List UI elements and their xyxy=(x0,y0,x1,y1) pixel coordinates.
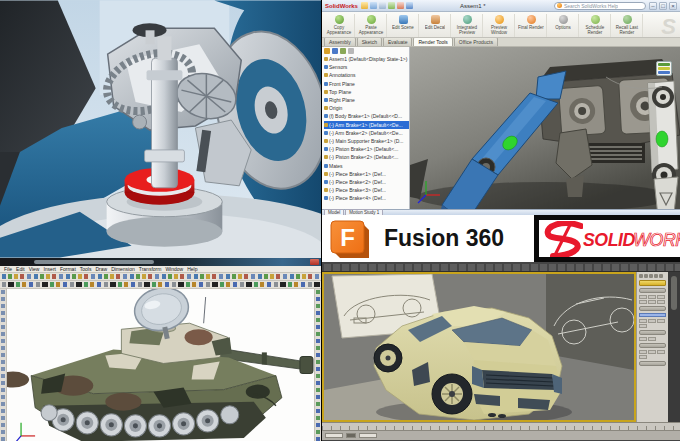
document-title: Assem1 * xyxy=(460,3,486,9)
solidworks-viewport[interactable] xyxy=(410,47,680,209)
final-render-icon xyxy=(527,15,536,24)
paste-appearance-button[interactable]: Paste Appearance xyxy=(356,14,387,37)
solidworks-watermark: S xyxy=(661,14,676,40)
tree-item[interactable]: (-) Piece Brake<4> (Def... xyxy=(324,194,409,202)
tree-item[interactable]: Annotations xyxy=(324,71,409,79)
tree-item[interactable]: Origin xyxy=(324,104,409,112)
tree-item[interactable]: Top Plane xyxy=(324,88,409,96)
tank-viewport[interactable] xyxy=(7,289,314,441)
menu-view[interactable]: View xyxy=(29,266,40,272)
menu-dimension[interactable]: Dimension xyxy=(111,266,135,272)
tank-right-toolbar[interactable] xyxy=(314,289,321,441)
rollout-bar[interactable] xyxy=(639,288,666,293)
solidworks-window: SolidWorks Assem1 * Search SolidWorks He… xyxy=(322,0,680,215)
3dsmax-toolbar[interactable] xyxy=(322,262,680,272)
tab-assembly[interactable]: Assembly xyxy=(324,37,356,46)
button-grid[interactable] xyxy=(639,337,666,341)
quick-access-toolbar[interactable] xyxy=(361,2,413,9)
button-grid[interactable] xyxy=(639,350,666,359)
rollout-bar[interactable] xyxy=(639,330,666,335)
modifier-stack-selected[interactable] xyxy=(639,313,666,317)
final-render-button[interactable]: Final Render xyxy=(516,14,547,37)
tree-item[interactable]: (-) Main Supporter Brake<1> (D... xyxy=(324,137,409,145)
close-button[interactable]: × xyxy=(669,2,677,10)
button-grid[interactable] xyxy=(639,319,666,328)
tank-toolbar-row-2[interactable] xyxy=(0,281,321,289)
tree-item[interactable]: (-) Piece Brake<3> (Def... xyxy=(324,186,409,194)
menu-window[interactable]: Window xyxy=(165,266,183,272)
menu-tools[interactable]: Tools xyxy=(80,266,92,272)
command-panel[interactable] xyxy=(636,272,668,422)
render-tools-ribbon: Copy Appearance Paste Appearance Edit Sc… xyxy=(322,12,680,38)
tab-evaluate[interactable]: Evaluate xyxy=(383,37,412,46)
tank-left-toolbar[interactable] xyxy=(0,289,7,441)
tab-office-products[interactable]: Office Products xyxy=(454,37,498,46)
fusion-letter: F xyxy=(340,224,355,251)
recall-last-render-button[interactable]: Recall Last Render xyxy=(612,14,643,37)
tank-model xyxy=(7,289,314,441)
tree-item[interactable]: (-) Piece Brake<1> (Def... xyxy=(324,170,409,178)
menu-insert[interactable]: Insert xyxy=(43,266,56,272)
tank-toolbar-row-1[interactable] xyxy=(0,273,321,281)
paste-appearance-icon xyxy=(367,15,376,24)
tree-item[interactable]: Mates xyxy=(324,161,409,169)
close-button[interactable] xyxy=(310,259,319,265)
tree-item[interactable]: (f) Body Brake<1> (Default<<D... xyxy=(324,112,409,120)
modifier-button[interactable] xyxy=(639,280,666,286)
integrated-preview-icon xyxy=(463,15,472,24)
tree-item[interactable]: Assem1 (Default<Display State-1>) xyxy=(324,55,409,63)
car-front-wheel xyxy=(374,344,402,372)
menu-help[interactable]: Help xyxy=(187,266,197,272)
tab-sketch[interactable]: Sketch xyxy=(357,37,382,46)
solidworks-logo-box: SOLID WORKS xyxy=(534,215,680,262)
options-button[interactable]: Options xyxy=(548,14,579,37)
search-box[interactable]: Search SolidWorks Help xyxy=(554,2,646,10)
panel-scrollbar[interactable] xyxy=(668,272,680,422)
edit-scene-button[interactable]: Edit Scene xyxy=(388,14,419,37)
tank-title-bar xyxy=(0,258,321,266)
search-placeholder: Search SolidWorks Help xyxy=(564,3,618,9)
fusion-360-wordmark: Fusion 360 xyxy=(384,215,504,262)
feature-manager-tree[interactable]: Assem1 (Default<Display State-1>) Sensor… xyxy=(322,47,410,209)
tree-item[interactable]: (-) Piece Brake<2> (Def... xyxy=(324,178,409,186)
3dsmax-window xyxy=(322,262,680,441)
minimize-button[interactable]: – xyxy=(649,2,657,10)
edit-scene-icon xyxy=(399,15,408,24)
cad-services-collage: SolidWorks Assem1 * Search SolidWorks He… xyxy=(0,0,680,441)
tree-item[interactable]: Sensors xyxy=(324,63,409,71)
tree-item[interactable]: (-) Piston Brake<1> (Default<... xyxy=(324,145,409,153)
search-icon xyxy=(557,3,562,8)
tree-item[interactable]: (-) Arm Brake<2> (Default<<De... xyxy=(324,129,409,137)
rollout-bar[interactable] xyxy=(639,361,666,366)
tree-item-selected[interactable]: (-) Arm Brake<1> (Default<<De... xyxy=(324,121,409,129)
tree-item[interactable]: (-) Piston Brake<2> (Default<... xyxy=(324,153,409,161)
tree-item[interactable]: Right Plane xyxy=(324,96,409,104)
solidworks-wordmark: SOLID WORKS xyxy=(583,224,680,254)
schedule-render-button[interactable]: Schedule Render xyxy=(580,14,611,37)
menu-draw[interactable]: Draw xyxy=(95,266,107,272)
tab-render-tools[interactable]: Render Tools xyxy=(413,37,452,46)
tree-toolbar[interactable] xyxy=(324,48,409,54)
timeline-track[interactable] xyxy=(322,422,680,430)
edit-decal-button[interactable]: Edit Decal xyxy=(420,14,451,37)
menu-transform[interactable]: Transform xyxy=(139,266,162,272)
tree-item[interactable]: Front Plane xyxy=(324,80,409,88)
3dsmax-viewport[interactable] xyxy=(322,272,636,422)
preview-window-button[interactable]: Preview Window xyxy=(484,14,515,37)
copy-appearance-icon xyxy=(335,15,344,24)
integrated-preview-button[interactable]: Integrated Preview xyxy=(452,14,483,37)
rollout-bar[interactable] xyxy=(639,343,666,348)
button-grid[interactable] xyxy=(639,295,666,304)
rollout-bar[interactable] xyxy=(639,306,666,311)
machinery-render-panel xyxy=(0,0,321,258)
menu-file[interactable]: File xyxy=(4,266,12,272)
schedule-render-icon xyxy=(591,15,600,24)
menu-edit[interactable]: Edit xyxy=(16,266,25,272)
command-panel-tabs[interactable] xyxy=(639,274,666,278)
solidworks-wordmark-bold: SOLID xyxy=(583,230,635,250)
copy-appearance-button[interactable]: Copy Appearance xyxy=(324,14,355,37)
context-mini-toolbar[interactable] xyxy=(656,61,672,76)
maximize-button[interactable]: □ xyxy=(659,2,667,10)
blueprint-side xyxy=(546,274,634,370)
menu-format[interactable]: Format xyxy=(60,266,76,272)
